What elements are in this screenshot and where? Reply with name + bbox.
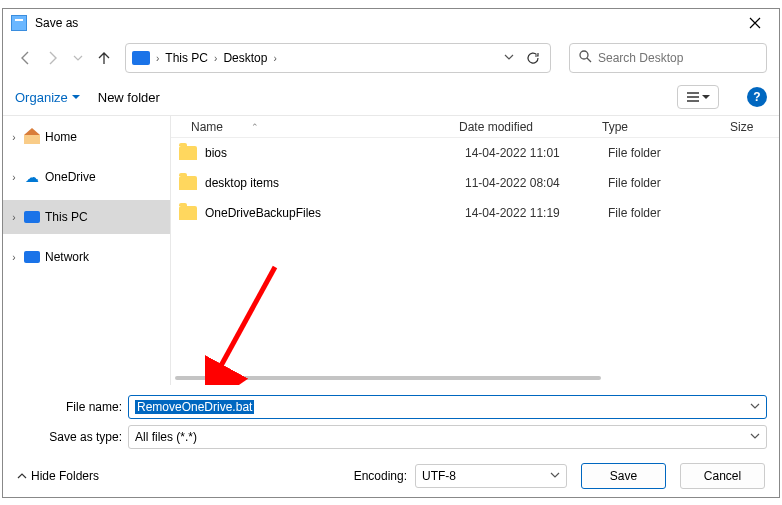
sort-asc-icon: ⌃ [251, 122, 259, 132]
breadcrumb-root[interactable]: This PC [165, 51, 208, 65]
search-input[interactable] [598, 51, 758, 65]
breadcrumb-dropdown[interactable] [504, 52, 514, 64]
organize-menu[interactable]: Organize [15, 90, 80, 105]
sidebar-item-network[interactable]: › Network [3, 240, 170, 274]
file-row[interactable]: bios 14-04-2022 11:01 File folder [171, 138, 779, 168]
chevron-right-icon: › [9, 132, 19, 143]
close-button[interactable] [735, 11, 775, 35]
search-icon [578, 49, 592, 67]
bottom-fields: File name: RemoveOneDrive.bat Save as ty… [3, 385, 779, 455]
cloud-icon: ☁ [23, 169, 41, 185]
file-date: 14-04-2022 11:19 [465, 206, 608, 220]
refresh-button[interactable] [522, 47, 544, 69]
encoding-select[interactable]: UTF-8 [415, 464, 567, 488]
footer: Hide Folders Encoding: UTF-8 Save Cancel [3, 455, 779, 497]
home-icon [23, 129, 41, 145]
save-as-dialog: Save as › This PC › Desktop › Organize N… [2, 8, 780, 498]
filename-value: RemoveOneDrive.bat [135, 400, 254, 414]
chevron-right-icon: › [214, 53, 217, 64]
file-type: File folder [608, 146, 736, 160]
file-name: bios [205, 146, 465, 160]
file-name: desktop items [205, 176, 465, 190]
file-date: 11-04-2022 08:04 [465, 176, 608, 190]
file-name: OneDriveBackupFiles [205, 206, 465, 220]
toolbar: Organize New folder ? [3, 79, 779, 115]
sidebar-item-thispc[interactable]: › This PC [3, 200, 170, 234]
file-date: 14-04-2022 11:01 [465, 146, 608, 160]
chevron-up-icon [17, 471, 27, 481]
folder-icon [179, 176, 197, 190]
sidebar: › Home › ☁ OneDrive › This PC › Network [3, 116, 171, 385]
encoding-label: Encoding: [354, 469, 407, 483]
horizontal-scrollbar[interactable] [171, 371, 779, 385]
filename-input[interactable]: RemoveOneDrive.bat [128, 395, 767, 419]
saveastype-row: Save as type: All files (*.*) [15, 425, 767, 449]
filename-label: File name: [15, 400, 128, 414]
main-area: › Home › ☁ OneDrive › This PC › Network [3, 115, 779, 385]
file-list: Name⌃ Date modified Type Size bios 14-04… [171, 116, 779, 385]
window-title: Save as [35, 16, 735, 30]
breadcrumb[interactable]: › This PC › Desktop › [125, 43, 551, 73]
help-button[interactable]: ? [747, 87, 767, 107]
column-name[interactable]: Name⌃ [191, 120, 459, 134]
chevron-down-icon[interactable] [750, 431, 760, 443]
column-date[interactable]: Date modified [459, 120, 602, 134]
network-icon [23, 249, 41, 265]
chevron-right-icon: › [273, 53, 276, 64]
file-row[interactable]: OneDriveBackupFiles 14-04-2022 11:19 Fil… [171, 198, 779, 228]
new-folder-button[interactable]: New folder [98, 90, 160, 105]
save-button[interactable]: Save [581, 463, 666, 489]
cancel-button[interactable]: Cancel [680, 463, 765, 489]
chevron-right-icon: › [9, 252, 19, 263]
nav-row: › This PC › Desktop › [3, 37, 779, 79]
notepad-icon [11, 15, 27, 31]
sidebar-item-home[interactable]: › Home [3, 120, 170, 154]
up-button[interactable] [93, 47, 115, 69]
folder-icon [179, 206, 197, 220]
file-type: File folder [608, 176, 736, 190]
file-header: Name⌃ Date modified Type Size [171, 116, 779, 138]
column-size[interactable]: Size [730, 120, 779, 134]
chevron-right-icon: › [9, 212, 19, 223]
filename-row: File name: RemoveOneDrive.bat [15, 395, 767, 419]
encoding-value: UTF-8 [422, 469, 456, 483]
column-type[interactable]: Type [602, 120, 730, 134]
hide-folders-toggle[interactable]: Hide Folders [17, 469, 99, 483]
view-menu[interactable] [677, 85, 719, 109]
chevron-right-icon: › [156, 53, 159, 64]
search-box[interactable] [569, 43, 767, 73]
chevron-down-icon[interactable] [750, 401, 760, 413]
sidebar-item-label: Network [45, 250, 89, 264]
titlebar: Save as [3, 9, 779, 37]
file-type: File folder [608, 206, 736, 220]
breadcrumb-folder[interactable]: Desktop [223, 51, 267, 65]
chevron-right-icon: › [9, 172, 19, 183]
file-row[interactable]: desktop items 11-04-2022 08:04 File fold… [171, 168, 779, 198]
sidebar-item-onedrive[interactable]: › ☁ OneDrive [3, 160, 170, 194]
svg-point-0 [580, 51, 588, 59]
sidebar-item-label: OneDrive [45, 170, 96, 184]
saveastype-label: Save as type: [15, 430, 128, 444]
sidebar-item-label: Home [45, 130, 77, 144]
folder-icon [179, 146, 197, 160]
saveastype-value: All files (*.*) [135, 430, 197, 444]
forward-button[interactable] [41, 47, 63, 69]
back-button[interactable] [15, 47, 37, 69]
chevron-down-icon[interactable] [550, 470, 560, 482]
recent-dropdown[interactable] [67, 47, 89, 69]
sidebar-item-label: This PC [45, 210, 88, 224]
saveastype-select[interactable]: All files (*.*) [128, 425, 767, 449]
pc-icon [23, 209, 41, 225]
pc-icon [132, 51, 150, 65]
